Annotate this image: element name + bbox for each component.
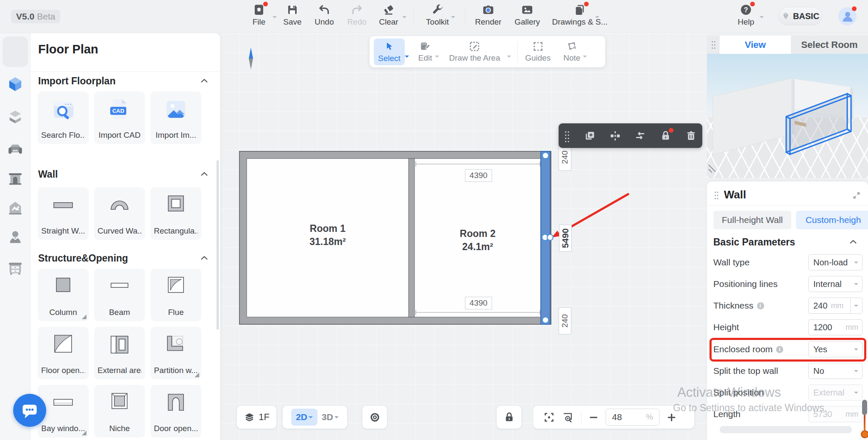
draw-area-tool-button[interactable]: Draw the Area bbox=[447, 41, 503, 63]
chevron-down-icon[interactable] bbox=[507, 56, 511, 60]
card-import-cad[interactable]: CAD Import CAD bbox=[94, 92, 145, 144]
card-partition-wall[interactable]: Partition w... bbox=[150, 327, 201, 379]
chevron-down-icon[interactable] bbox=[583, 56, 587, 60]
zoom-level-input[interactable]: 48 % bbox=[606, 409, 659, 426]
field-enclosed-room: Enclosed room Yes bbox=[713, 341, 862, 357]
card-import-image[interactable]: Import Im... bbox=[150, 92, 201, 144]
gallery-button[interactable]: Gallery bbox=[511, 3, 543, 27]
page-scrollbar[interactable] bbox=[861, 400, 868, 438]
file-button[interactable]: File bbox=[243, 3, 275, 27]
3d-preview[interactable] bbox=[707, 54, 868, 178]
sidebar-item-floorplan[interactable] bbox=[7, 75, 24, 92]
trash-icon[interactable] bbox=[685, 130, 697, 142]
card-label: Rectangula... bbox=[154, 226, 198, 236]
notification-dot bbox=[852, 6, 857, 11]
drag-handle-icon[interactable] bbox=[564, 130, 570, 142]
panel-scrollbar[interactable] bbox=[217, 160, 219, 330]
chevron-down-icon[interactable] bbox=[435, 56, 439, 60]
card-label: Curved Wa... bbox=[97, 226, 142, 236]
support-chat-button[interactable] bbox=[13, 394, 46, 427]
drag-dots-icon[interactable] bbox=[714, 191, 719, 200]
card-door-opening[interactable]: Door open... bbox=[150, 385, 201, 437]
expand-icon[interactable] bbox=[852, 191, 861, 200]
card-curved-wall[interactable]: Curved Wa... bbox=[94, 187, 145, 240]
tab-select-room[interactable]: Select Room bbox=[791, 36, 868, 54]
lock-icon[interactable] bbox=[660, 130, 671, 142]
card-external-area[interactable]: External area bbox=[94, 327, 145, 379]
guides-tool-button[interactable]: Guides bbox=[523, 41, 553, 63]
sidebar-item-ai-design[interactable] bbox=[7, 200, 24, 217]
dimension-top-width[interactable]: 4390 bbox=[465, 169, 492, 182]
card-niche[interactable]: Niche bbox=[94, 385, 145, 437]
panel-drag-handle[interactable] bbox=[707, 36, 720, 54]
undo-button[interactable]: Undo bbox=[308, 3, 340, 27]
full-height-wall-toggle[interactable]: Full-height Wall bbox=[713, 211, 791, 229]
clear-button[interactable]: Clear bbox=[373, 3, 405, 27]
thickness-select[interactable]: 240 mm bbox=[808, 298, 862, 314]
avatar[interactable] bbox=[838, 7, 857, 25]
card-floor-opening[interactable]: Floor open... bbox=[38, 327, 89, 379]
card-straight-wall[interactable]: Straight W... bbox=[38, 187, 89, 240]
save-button[interactable]: Save bbox=[276, 3, 309, 27]
plan-badge[interactable]: BASIC bbox=[778, 7, 822, 25]
duplicate-icon[interactable] bbox=[584, 130, 595, 142]
divider-wall[interactable] bbox=[409, 159, 415, 317]
sidebar-item-tiles[interactable] bbox=[7, 109, 24, 125]
visibility-button[interactable] bbox=[362, 406, 387, 429]
card-beam[interactable]: Beam bbox=[94, 269, 145, 321]
tab-view[interactable]: View bbox=[720, 36, 791, 54]
version-tag: Beta bbox=[37, 11, 55, 21]
dimension-bottom-width[interactable]: 4390 bbox=[465, 297, 492, 309]
card-rectangular-wall[interactable]: Rectangula... bbox=[150, 187, 201, 240]
chevron-down-icon[interactable] bbox=[405, 56, 409, 60]
sidebar-item-furniture[interactable] bbox=[7, 140, 24, 157]
help-button[interactable]: ? Help bbox=[730, 3, 762, 27]
edit-tool-button[interactable]: Edit bbox=[416, 41, 435, 63]
dimension-thickness-bottom[interactable]: 240 bbox=[559, 307, 571, 334]
mode-3d-button[interactable]: 3D bbox=[322, 412, 339, 422]
zoom-area-icon[interactable] bbox=[561, 412, 575, 423]
enclosed-room-select[interactable]: Yes bbox=[808, 341, 862, 357]
wall-handle-middle-outer[interactable] bbox=[547, 234, 553, 240]
redo-button[interactable]: Redo bbox=[341, 3, 373, 27]
sidebar-item-account[interactable] bbox=[7, 228, 24, 245]
card-column[interactable]: Column bbox=[38, 269, 89, 321]
dimension-wall-length[interactable]: 5490 bbox=[559, 225, 572, 252]
toolkit-button[interactable]: Toolkit bbox=[421, 3, 453, 27]
zoom-in-icon[interactable] bbox=[666, 412, 677, 423]
canvas-lock-button[interactable] bbox=[497, 406, 521, 429]
thickness-label-wrap: Thickness bbox=[713, 301, 764, 311]
note-tool-button[interactable]: Note bbox=[561, 41, 583, 63]
split-wall-icon[interactable] bbox=[609, 130, 621, 142]
chevron-up-icon[interactable] bbox=[200, 170, 209, 179]
wall-handle-bottom[interactable] bbox=[542, 317, 549, 323]
visibility-icon bbox=[369, 412, 381, 423]
sidebar-item-construction[interactable] bbox=[7, 170, 24, 187]
floor-selector-button[interactable]: 1F bbox=[237, 406, 276, 429]
card-flue[interactable]: Flue bbox=[150, 269, 201, 321]
positioning-select[interactable]: Internal bbox=[808, 276, 862, 292]
height-input[interactable]: 1200 mm bbox=[808, 319, 862, 335]
zoom-out-icon[interactable] bbox=[588, 412, 599, 423]
drawings-button[interactable]: Drawings & S... bbox=[554, 3, 605, 27]
chevron-up-icon[interactable] bbox=[200, 253, 209, 263]
scrollbar-thumb[interactable] bbox=[862, 400, 867, 415]
card-search-floorplan[interactable]: Search Flo... bbox=[38, 92, 89, 144]
chevron-up-icon[interactable] bbox=[849, 237, 858, 247]
split-top-select[interactable]: No bbox=[808, 363, 862, 379]
custom-height-wall-toggle[interactable]: Custom-heigh bbox=[796, 211, 868, 229]
select-tool-button[interactable]: Select bbox=[374, 39, 405, 65]
fit-screen-icon[interactable] bbox=[543, 412, 555, 423]
horizontal-scrollbar[interactable] bbox=[720, 426, 852, 433]
wall-handle-top[interactable] bbox=[542, 153, 549, 159]
chevron-up-icon[interactable] bbox=[200, 76, 209, 86]
split-position-select[interactable]: External bbox=[808, 384, 862, 401]
scrollbar-knob[interactable] bbox=[861, 430, 868, 438]
length-input[interactable]: 5730 mm bbox=[808, 406, 862, 422]
sidebar-item-storage[interactable] bbox=[7, 260, 24, 277]
zoom-controls: 48 % bbox=[533, 406, 694, 429]
mode-2d-button[interactable]: 2D bbox=[291, 409, 317, 426]
flip-icon[interactable] bbox=[634, 130, 646, 142]
wall-type-select[interactable]: Non-load bbox=[808, 254, 862, 270]
render-button[interactable]: Render bbox=[472, 3, 504, 27]
